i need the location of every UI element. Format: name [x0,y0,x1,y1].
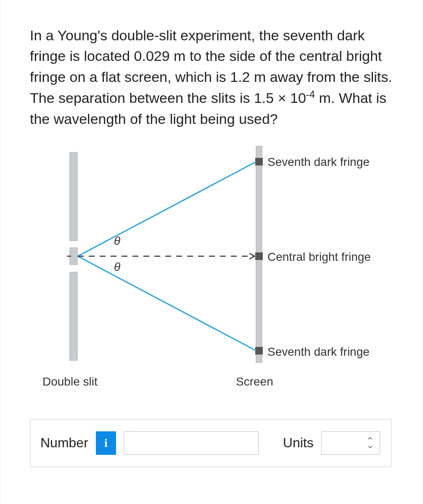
central-arrowhead [249,253,254,259]
question-page: In a Young's double-slit experiment, the… [0,0,423,504]
info-icon[interactable]: i [96,431,116,455]
label-central-fringe: Central bright fringe [267,250,371,264]
slit-bar-top [70,152,77,241]
marker-bottom-fringe [255,347,263,354]
theta-label-bottom: θ [114,260,120,274]
diagram-svg [34,142,396,402]
label-bottom-fringe: Seventh dark fringe [267,345,370,359]
units-select[interactable]: ⌃⌄ [321,431,380,455]
theta-label-top: θ [114,234,120,248]
number-input[interactable] [124,431,259,455]
number-label: Number [40,435,88,451]
marker-central-fringe [255,252,263,260]
ray-top [78,162,256,256]
chevron-updown-icon: ⌃⌄ [366,439,374,447]
units-label: Units [283,435,314,451]
ray-bottom [78,256,256,351]
experiment-diagram: θ θ Seventh dark fringe Central bright f… [34,142,396,402]
label-double-slit: Double slit [42,375,98,388]
label-top-fringe: Seventh dark fringe [267,155,370,169]
marker-top-fringe [255,158,263,165]
label-screen: Screen [236,375,273,388]
question-exponent: -4 [306,89,315,100]
slit-bar-bottom [70,272,77,360]
answer-box: Number i Units ⌃⌄ [30,419,391,467]
question-text: In a Young's double-slit experiment, the… [30,25,397,129]
